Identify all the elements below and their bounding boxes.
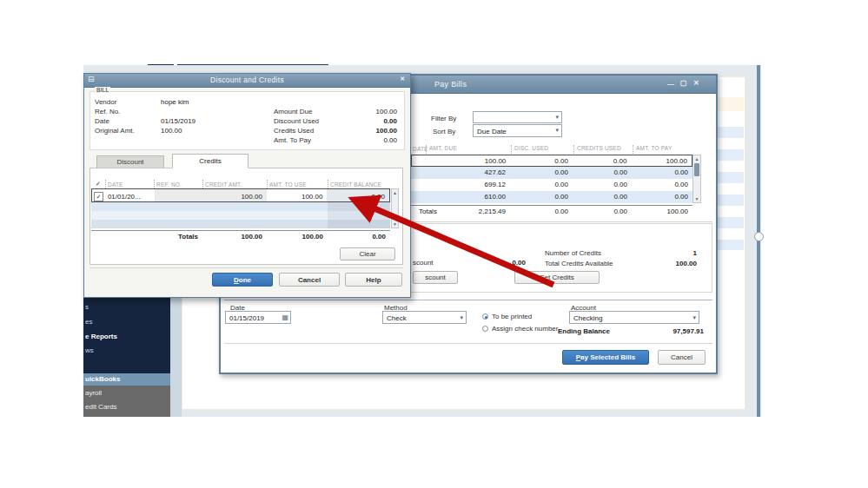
minimize-icon[interactable]: —: [667, 80, 674, 88]
amt-to-pay-label: Amt. To Pay: [274, 136, 311, 144]
bill-section-label: BILL: [95, 87, 110, 93]
credits-totals-label: Totals: [154, 231, 202, 242]
sidebar-item-reports[interactable]: e Reports: [85, 333, 117, 340]
dialog-title: Discount and Credits: [84, 76, 410, 84]
sidebar-item-payroll[interactable]: ayroll: [85, 389, 102, 397]
column-header-credit-amt[interactable]: CREDIT AMT.: [202, 180, 267, 188]
sidebar-item-credit-cards[interactable]: edit Cards: [85, 403, 116, 411]
credit-row-selected[interactable]: ✓ 01/01/20... 100.00 100.00 0.00: [91, 188, 390, 202]
method-dropdown[interactable]: Check ▾: [382, 311, 467, 324]
credits-totals-row: Totals 100.00 100.00 0.00: [91, 230, 390, 242]
amt-due-cell: 699.12: [425, 179, 510, 191]
discount-used-label: Discount Used: [274, 117, 319, 125]
resize-handle[interactable]: [754, 232, 764, 241]
amount-due-label: Amount Due: [274, 108, 312, 115]
vendor-value: hope kim: [161, 98, 189, 106]
account-dropdown[interactable]: Checking ▾: [569, 311, 699, 324]
dialog-cancel-button[interactable]: Cancel: [279, 273, 340, 287]
credit-row-empty: [91, 220, 390, 228]
done-button[interactable]: Done: [212, 273, 273, 287]
pay-selected-bills-button[interactable]: Pay Selected Bills: [562, 350, 649, 365]
bill-row-selected[interactable]: 100.00 0.00 0.00 100.00: [411, 155, 692, 167]
discount-used-value: 0.00: [347, 117, 397, 125]
credits-used-cell: 0.00: [573, 167, 632, 179]
sidebar-edge-strip: [170, 295, 182, 417]
column-header-ref-no[interactable]: REF. NO.: [154, 180, 202, 188]
tab-credits[interactable]: Credits: [172, 154, 248, 168]
bill-row[interactable]: 427.62 0.00 0.00 0.00: [411, 167, 692, 179]
credit-date-cell: 01/01/20...: [106, 189, 155, 201]
sidebar-item[interactable]: es: [85, 318, 92, 326]
divider: [224, 343, 712, 344]
column-header-amt-to-use[interactable]: AMT. TO USE: [267, 180, 328, 188]
close-icon[interactable]: ✕: [693, 79, 699, 87]
original-amt-label: Original Amt.: [95, 127, 135, 135]
calendar-icon[interactable]: ▦: [282, 313, 288, 321]
filter-by-label: Filter By: [431, 115, 456, 122]
column-header-amt-to-pay[interactable]: AMT. TO PAY: [633, 145, 672, 154]
bill-date-value: 01/15/2019: [161, 117, 195, 125]
amt-due-cell: 610.00: [425, 191, 510, 203]
column-header-amt-due[interactable]: AMT. DUE: [426, 145, 457, 154]
credit-row-checkbox[interactable]: ✓: [94, 192, 103, 201]
bill-row[interactable]: 610.00 0.00 0.00 0.00: [411, 191, 692, 203]
amt-to-pay-cell: 0.00: [632, 167, 692, 179]
pay-bills-cancel-button[interactable]: Cancel: [658, 350, 706, 365]
scrollbar-thumb[interactable]: [694, 163, 699, 176]
totals-credit-amt: 100.00: [202, 231, 267, 242]
help-button[interactable]: Help: [345, 273, 402, 287]
filter-by-value: [474, 112, 476, 120]
scroll-down-icon[interactable]: ▼: [392, 221, 398, 227]
credits-used-cell: 0.00: [573, 179, 632, 191]
discount-value: 0.00: [500, 259, 526, 267]
totals-amt-to-use: 100.00: [267, 231, 328, 242]
to-be-printed-radio[interactable]: [482, 313, 488, 320]
clear-button[interactable]: Clear: [340, 247, 395, 260]
amt-due-cell: 100.00: [426, 155, 510, 166]
scroll-up-icon[interactable]: ▲: [693, 156, 700, 162]
sidebar-item[interactable]: ws: [85, 346, 94, 354]
sort-by-label: Sort By: [433, 128, 455, 135]
credits-used-cell: 0.00: [573, 191, 632, 203]
amt-to-use-cell[interactable]: 100.00: [267, 189, 328, 201]
chevron-down-icon: ▾: [692, 314, 696, 321]
bills-scrollbar[interactable]: ▲ ▼: [692, 155, 701, 203]
disc-used-cell: 0.00: [510, 167, 573, 179]
tab-discount[interactable]: Discount: [96, 155, 164, 168]
chevron-down-icon: ▾: [555, 114, 559, 121]
sidebar-item[interactable]: s: [85, 303, 89, 311]
to-be-printed-label: To be printed: [492, 313, 532, 320]
disc-used-cell: 0.00: [510, 155, 573, 166]
scroll-down-icon[interactable]: ▼: [693, 196, 700, 201]
column-header-date[interactable]: DATE: [105, 180, 154, 188]
credits-used-value: 100.00: [347, 127, 397, 135]
set-credits-button[interactable]: Set Credits: [514, 271, 600, 284]
close-icon[interactable]: ✕: [400, 76, 405, 82]
filter-by-dropdown[interactable]: ▾: [473, 111, 562, 123]
set-discount-button[interactable]: scount: [413, 271, 458, 284]
pay-bills-title: Pay Bills: [434, 80, 467, 89]
maximize-icon[interactable]: ▢: [680, 79, 687, 87]
scroll-up-icon[interactable]: ▲: [392, 190, 398, 195]
background-table-row: [714, 97, 744, 111]
assign-check-number-radio[interactable]: [482, 326, 488, 332]
credit-row-empty: [91, 211, 390, 220]
divider: [224, 300, 712, 300]
sidebar-item-quickbooks[interactable]: uickBooks: [83, 373, 170, 386]
bill-date-label: Date: [95, 117, 109, 125]
chevron-down-icon: ▾: [460, 314, 463, 321]
column-header-credit-balance[interactable]: CREDIT BALANCE: [328, 180, 390, 188]
payment-date-field[interactable]: 01/15/2019 ▦: [225, 311, 291, 324]
bills-totals-row: 2,215.49 0.00 0.00 100.00: [411, 205, 692, 218]
amt-to-pay-cell: 0.00: [632, 191, 692, 203]
sort-by-dropdown[interactable]: Due Date ▾: [473, 124, 562, 137]
divider: [398, 221, 712, 222]
payment-date-value: 01/15/2019: [229, 314, 264, 322]
column-header-disc-used[interactable]: DISC. USED: [511, 145, 548, 154]
ref-no-label: Ref. No.: [95, 108, 120, 115]
dialog-titlebar[interactable]: ⊟ Discount and Credits ✕: [84, 74, 410, 88]
bill-row[interactable]: 699.12 0.00 0.00 0.00: [411, 179, 692, 191]
column-header-credits-used[interactable]: CREDITS USED: [573, 145, 621, 154]
totals-credits-used: 0.00: [573, 206, 632, 218]
credits-scrollbar[interactable]: ▲ ▼: [391, 188, 399, 228]
